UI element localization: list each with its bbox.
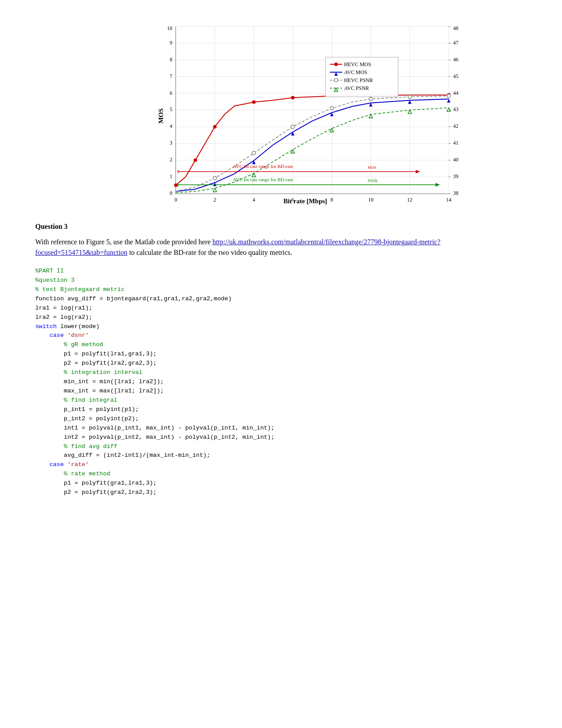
svg-point-35	[291, 125, 294, 128]
svg-text:2: 2	[170, 157, 172, 163]
code-line-16: p_int1 = polyint(p1);	[64, 406, 139, 413]
question-text-after-link: to calculate the BD-rate for the two vid…	[127, 249, 292, 256]
svg-text:10: 10	[167, 25, 172, 31]
svg-point-34	[252, 151, 255, 155]
y-axis-label: MOS	[157, 108, 164, 123]
svg-text:14: 14	[446, 197, 451, 203]
code-line-22s: 'rate'	[67, 461, 89, 468]
chart-area: AVC bit rate range for BD-rate MOS AVC b…	[175, 26, 449, 194]
svg-point-65	[334, 78, 338, 82]
svg-marker-53	[435, 183, 440, 187]
chart-svg: AVC bit rate range for BD-rate MOS AVC b…	[176, 26, 449, 194]
svg-text:12: 12	[407, 197, 412, 203]
svg-text:40: 40	[453, 157, 458, 163]
code-line-21: avg_diff = (int2-int1)/(max_int-min_int)…	[64, 452, 210, 459]
code-block: %PART II %question 3 % test Bjontegaard …	[35, 267, 527, 497]
code-line-12: % integration interval	[64, 369, 142, 376]
question-text-before-link: With reference to Figure 5, use the Matl…	[35, 238, 212, 246]
code-line-13: min_int = min([lra1; lra2]);	[64, 378, 164, 385]
svg-text:45: 45	[453, 73, 458, 79]
svg-text:8: 8	[170, 56, 172, 63]
question-section: Question 3 With reference to Figure 5, u…	[35, 223, 527, 258]
code-line-5: lra1 = log(ra1);	[35, 305, 93, 311]
code-line-14: max_int = max([lra1; lra2]);	[64, 388, 164, 394]
code-line-9: % gR method	[64, 341, 103, 348]
svg-text:7: 7	[170, 73, 172, 79]
svg-text:5: 5	[170, 106, 172, 112]
svg-text:38: 38	[453, 190, 458, 196]
code-line-19: int2 = polyval(p_int2, max_int) - polyva…	[64, 434, 275, 441]
svg-text:39: 39	[453, 173, 458, 179]
svg-text:AVC bit rate range for BD-rate: AVC bit rate range for BD-rate	[233, 164, 293, 169]
svg-point-20	[194, 158, 197, 162]
code-line-11: p2 = polyfit(lra2,gra2,3);	[64, 360, 157, 366]
svg-marker-48	[416, 170, 420, 173]
svg-text:4: 4	[252, 197, 255, 203]
svg-text:AVC PSNR: AVC PSNR	[344, 85, 369, 91]
code-line-6: lra2 = log(ra2);	[35, 314, 93, 321]
svg-text:4: 4	[170, 123, 172, 129]
svg-point-38	[408, 95, 411, 99]
svg-point-19	[174, 183, 178, 187]
code-line-18: int1 = polyval(p_int1, max_int) - polyva…	[64, 425, 275, 431]
code-line-4: function avg_diff = bjontegaard(ra1,gra1…	[35, 295, 232, 302]
svg-text:6: 6	[291, 197, 294, 203]
svg-marker-31	[408, 101, 411, 104]
code-line-17: p_int2 = polyint(p2);	[64, 415, 139, 422]
svg-text:8: 8	[330, 197, 333, 203]
svg-text:44: 44	[453, 90, 458, 96]
code-line-20: % find avg diff	[64, 443, 118, 450]
svg-text:HEVC MOS: HEVC MOS	[344, 61, 371, 67]
question-text: With reference to Figure 5, use the Matl…	[35, 237, 527, 258]
svg-text:48: 48	[453, 25, 458, 31]
svg-text:10: 10	[368, 197, 373, 203]
code-line-8k: case	[49, 332, 63, 339]
svg-text:2: 2	[213, 197, 216, 203]
svg-point-36	[330, 107, 333, 110]
svg-point-59	[334, 63, 338, 66]
svg-text:MOS: MOS	[368, 165, 376, 170]
code-line-10: p1 = polyfit(lra1,gra1,3);	[64, 351, 157, 357]
chart-container: MOS	[127, 26, 435, 205]
svg-point-21	[213, 125, 216, 128]
code-line-24: p1 = polyfit(gra1,lra1,3);	[64, 480, 157, 486]
code-line-7: switch	[35, 323, 57, 330]
question-title: Question 3	[35, 223, 527, 231]
code-line-1: %PART II	[35, 268, 64, 274]
code-line-2: %question 3	[35, 277, 74, 284]
code-line-22k: case	[49, 461, 63, 468]
code-line-3: % test Bjontegaard metric	[35, 286, 125, 293]
code-line-8a	[64, 332, 67, 339]
svg-text:0: 0	[175, 197, 177, 203]
svg-text:AVC MOS: AVC MOS	[344, 69, 367, 75]
code-line-22a	[64, 461, 67, 468]
code-line-7b: lower(mode)	[57, 323, 100, 330]
svg-text:1: 1	[170, 173, 172, 179]
svg-text:PSNR: PSNR	[368, 179, 377, 183]
svg-point-23	[291, 96, 294, 100]
svg-text:47: 47	[453, 40, 458, 46]
svg-text:42: 42	[453, 123, 458, 129]
svg-point-22	[252, 101, 255, 104]
svg-marker-44	[369, 114, 372, 118]
svg-text:6: 6	[170, 90, 172, 96]
svg-marker-46	[447, 108, 450, 112]
code-line-23: % rate method	[64, 470, 110, 477]
svg-marker-45	[408, 110, 411, 114]
code-line-8s: 'dsnr'	[67, 332, 89, 339]
code-line-25: p2 = polyfit(gra2,lra2,3);	[64, 489, 157, 496]
svg-text:41: 41	[453, 140, 458, 146]
svg-text:9: 9	[170, 40, 172, 46]
svg-point-39	[447, 94, 450, 98]
svg-point-33	[213, 176, 216, 180]
svg-text:0: 0	[170, 190, 172, 196]
code-line-15: % find integral	[64, 397, 118, 403]
svg-marker-40	[213, 188, 216, 192]
svg-text:3: 3	[170, 140, 172, 146]
svg-marker-32	[447, 99, 450, 103]
svg-text:AVC bit rate range for BD-rate: AVC bit rate range for BD-rate	[233, 177, 293, 182]
svg-text:43: 43	[453, 106, 458, 112]
svg-text:HEVC PSNR: HEVC PSNR	[344, 77, 373, 83]
svg-text:46: 46	[453, 56, 458, 63]
svg-point-37	[369, 97, 372, 101]
